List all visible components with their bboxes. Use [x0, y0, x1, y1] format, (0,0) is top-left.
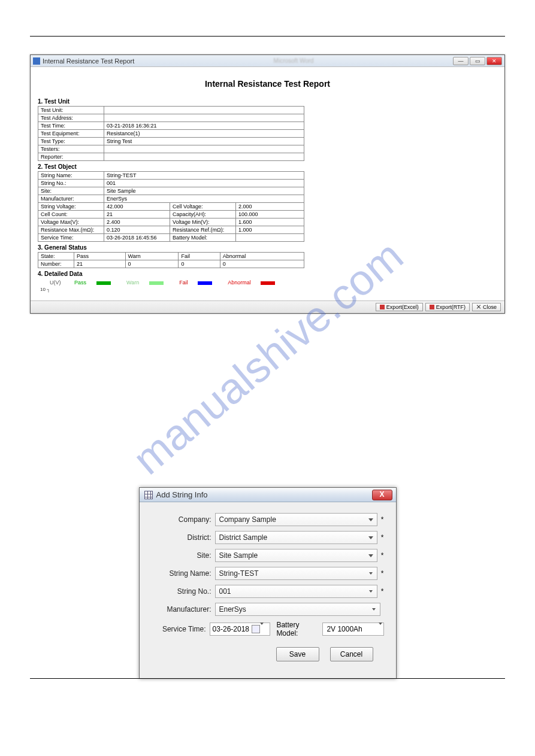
window-title: Internal Resistance Test Report	[43, 57, 134, 65]
grid-icon	[144, 491, 153, 499]
test-unit-table: Test Unit: Test Address: Test Time:03-21…	[38, 106, 304, 161]
string-name-combo[interactable]: String-TEST	[215, 567, 377, 580]
add-string-dialog: Add String Info X Company: Company Sampl…	[139, 487, 397, 679]
section1-heading: 1. Test Unit	[38, 98, 497, 105]
save-button[interactable]: Save	[276, 647, 319, 661]
background-window-title: Microsoft Word	[274, 57, 314, 64]
district-label: District:	[147, 533, 211, 542]
dialog-close-button[interactable]: X	[372, 490, 392, 500]
window-close-button[interactable]: ✕	[486, 57, 502, 65]
battery-model-combo[interactable]: 2V 1000Ah	[322, 623, 383, 636]
report-footer: Export(Excel) Export(RTF) Close	[31, 300, 504, 313]
section2-heading: 2. Test Object	[38, 163, 497, 170]
dialog-title: Add String Info	[156, 490, 208, 499]
section3-heading: 3. General Status	[38, 244, 497, 251]
footer-rule	[30, 678, 505, 679]
manufacturer-label: Manufacturer:	[147, 605, 211, 614]
string-no-combo[interactable]: 001	[215, 585, 377, 598]
service-time-label: Service Time:	[147, 625, 206, 633]
maximize-button[interactable]: ▭	[470, 57, 485, 65]
general-status-table: State: Pass Warn Fail Abnormal Number: 2…	[38, 252, 304, 268]
app-icon	[33, 57, 40, 65]
export-excel-button[interactable]: Export(Excel)	[376, 303, 423, 311]
site-label: Site:	[147, 551, 211, 560]
test-object-table: String Name:String-TEST String No.:001 S…	[38, 171, 304, 242]
report-window: Internal Resistance Test Report Microsof…	[30, 54, 505, 314]
y-axis-tick: 10 ┐	[40, 287, 497, 292]
export-rtf-button[interactable]: Export(RTF)	[425, 303, 470, 311]
dialog-title-bar: Add String Info X	[140, 488, 396, 502]
close-button[interactable]: Close	[472, 303, 501, 311]
site-select[interactable]: Site Sample	[215, 549, 377, 562]
service-time-picker[interactable]: 03-26-2018	[210, 623, 271, 636]
report-title: Internal Resistance Test Report	[38, 79, 497, 89]
string-no-label: String No.:	[147, 587, 211, 596]
district-select[interactable]: District Sample	[215, 531, 377, 544]
calendar-icon	[252, 625, 260, 633]
header-rule	[30, 36, 505, 37]
minimize-button[interactable]: —	[453, 57, 468, 65]
section4-heading: 4. Detailed Data	[38, 271, 497, 277]
battery-model-label: Battery Model:	[276, 621, 319, 637]
manufacturer-combo[interactable]: EnerSys	[215, 603, 380, 616]
company-select[interactable]: Company Sample	[215, 513, 377, 526]
window-title-bar: Internal Resistance Test Report Microsof…	[31, 55, 504, 67]
company-label: Company:	[147, 515, 211, 524]
cancel-button[interactable]: Cancel	[330, 647, 373, 661]
string-name-label: String Name:	[147, 569, 211, 578]
chart-legend: U(V) Pass Warn Fail Abnormal	[50, 280, 497, 286]
required-marker: *	[381, 515, 384, 524]
